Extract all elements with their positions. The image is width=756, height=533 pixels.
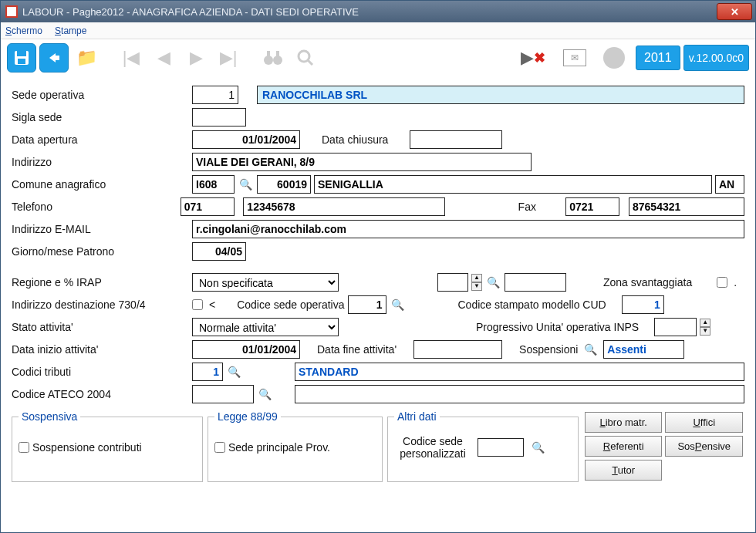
progressivo-spinner[interactable]: ▲▼	[700, 319, 710, 336]
binoc-irap-icon[interactable]: 🔍	[485, 276, 501, 288]
data-chiusura-input[interactable]	[410, 130, 502, 149]
prev-icon[interactable]: ◀	[149, 43, 178, 73]
binoculars-icon[interactable]	[258, 43, 288, 73]
binoc-sede-icon[interactable]: 🔍	[390, 299, 406, 311]
menu-stampe[interactable]: Stampe	[55, 25, 86, 36]
lbl-telefono: Telefono	[12, 201, 177, 213]
altri-dati-panel: Altri dati Codice sede personalizzati 🔍	[387, 410, 579, 482]
zoom-icon[interactable]	[291, 43, 320, 73]
tutor-button[interactable]: Tutor	[585, 460, 663, 481]
lt-sign: <	[209, 299, 215, 311]
lbl-regione: Regione e % IRAP	[12, 276, 189, 288]
ateco-cod-input[interactable]	[192, 385, 254, 403]
sospensiva-panel: Sospensiva Sospensione contributi	[12, 410, 203, 482]
comune-cod-input[interactable]	[192, 175, 235, 194]
menu-schermo[interactable]: Schermo	[5, 25, 42, 36]
status-circle-icon	[603, 47, 625, 69]
sospensive-button[interactable]: SosPensive	[665, 436, 743, 457]
lbl-data-chiusura: Data chiusura	[322, 133, 388, 146]
sede-principale-checkbox[interactable]	[214, 442, 225, 453]
lbl-cod-cud: Codice stampato modello CUD	[458, 299, 606, 311]
mail-icon[interactable]: ✉	[560, 43, 589, 73]
regione-select[interactable]: Non specificata	[192, 273, 339, 292]
save-icon[interactable]	[7, 43, 36, 73]
sede-num-input[interactable]	[192, 86, 238, 104]
lbl-data-inizio: Data inizio attivita'	[12, 343, 189, 356]
back-icon[interactable]	[39, 43, 69, 73]
comune-cap-input[interactable]	[257, 175, 311, 194]
sigla-input[interactable]	[192, 108, 246, 127]
button-panel: Libro matr. Uffici Referenti SosPensive …	[583, 410, 744, 482]
comune-prov-input[interactable]	[715, 175, 744, 194]
lbl-codici-tributi: Codici tributi	[12, 366, 189, 378]
legge88-panel: Legge 88/99 Sede principale Prov.	[208, 410, 383, 482]
libro-button[interactable]: Libro matr.	[585, 412, 663, 433]
lbl-dest730: Indirizzo destinazione 730/4	[12, 299, 189, 311]
lbl-fax: Fax	[509, 201, 545, 213]
data-fine-input[interactable]	[413, 340, 502, 359]
comune-nome-input[interactable]	[314, 175, 712, 194]
lbl-indirizzo: Indirizzo	[12, 156, 189, 168]
svg-line-9	[308, 60, 312, 65]
irap-pct-input[interactable]	[437, 273, 468, 292]
sede-nome-field[interactable]: RANOCCHILAB SRL	[257, 86, 744, 104]
cancel-play-icon[interactable]: ▶✖	[518, 43, 548, 73]
lbl-stato: Stato attivita'	[12, 321, 189, 333]
lbl-data-fine: Data fine attivita'	[317, 343, 397, 356]
svg-rect-7	[276, 51, 279, 57]
legend-sospensiva: Sospensiva	[19, 410, 80, 423]
cod-sede-op-input[interactable]	[348, 295, 386, 314]
tel-pref-input[interactable]	[181, 197, 235, 216]
form-area: Sede operativa RANOCCHILAB SRL Sigla sed…	[1, 76, 755, 532]
sospensioni-input[interactable]	[603, 340, 684, 359]
next-icon[interactable]: ▶	[181, 43, 211, 73]
lbl-sede-principale: Sede principale Prov.	[228, 441, 330, 454]
svg-rect-2	[18, 59, 25, 64]
data-apertura-input[interactable]	[192, 130, 300, 149]
lbl-patrono: Giorno/mese Patrono	[12, 245, 189, 258]
folder-icon[interactable]: 📁	[72, 43, 101, 73]
binoc-tributi-icon[interactable]: 🔍	[226, 366, 242, 378]
cod-cud-input[interactable]	[622, 295, 664, 314]
binoc-codice-pers-icon[interactable]: 🔍	[530, 441, 546, 454]
zona-dot: .	[734, 276, 737, 288]
progressivo-input[interactable]	[654, 318, 697, 336]
data-inizio-input[interactable]	[192, 340, 300, 359]
lbl-email: Indirizzo E-MAIL	[12, 223, 189, 235]
lbl-comune: Comune anagrafico	[12, 178, 189, 191]
lbl-sosp-contributi: Sospensione contributi	[32, 441, 142, 454]
tributi-cod-input[interactable]	[192, 363, 223, 381]
sosp-contributi-checkbox[interactable]	[19, 442, 29, 453]
magnify-sosp-icon[interactable]: 🔍	[581, 343, 600, 356]
codice-pers-input[interactable]	[478, 438, 524, 457]
binoc-ateco-icon[interactable]: 🔍	[257, 388, 273, 400]
irap-spinner[interactable]: ▲▼	[471, 274, 482, 291]
lbl-ateco: Codice ATECO 2004	[12, 388, 189, 400]
lbl-codice-pers: Codice sede personalizzati	[394, 435, 471, 460]
sosp-contributi-row[interactable]: Sospensione contributi	[19, 441, 196, 454]
zona-checkbox[interactable]	[717, 277, 727, 288]
first-icon[interactable]: |◀	[116, 43, 146, 73]
stato-select[interactable]: Normale attivita'	[192, 318, 339, 336]
lbl-data-apertura: Data apertura	[12, 133, 189, 146]
last-icon[interactable]: ▶|	[214, 43, 243, 73]
toolbar: 📁 |◀ ◀ ▶ ▶| ▶✖ ✉ 2011 v.12.00.0c0	[1, 39, 755, 76]
sede-principale-row[interactable]: Sede principale Prov.	[214, 441, 376, 454]
referenti-button[interactable]: Referenti	[585, 436, 663, 457]
fax-pref-input[interactable]	[565, 197, 619, 216]
tel-num-input[interactable]	[243, 197, 445, 216]
patrono-input[interactable]	[192, 242, 246, 261]
binoc-comune-icon[interactable]: 🔍	[238, 178, 254, 191]
ateco-desc-input[interactable]	[295, 385, 744, 403]
lbl-cod-sede-op: Codice sede operativa	[237, 299, 344, 311]
close-button[interactable]: ✕	[717, 3, 752, 20]
tributi-desc-input[interactable]	[295, 363, 744, 381]
email-input[interactable]	[192, 220, 744, 238]
uffici-button[interactable]: Uffici	[665, 412, 743, 433]
fax-num-input[interactable]	[629, 197, 744, 216]
indirizzo-input[interactable]	[192, 153, 532, 171]
svg-rect-1	[17, 51, 26, 56]
lbl-sospensioni: Sospensioni	[519, 343, 578, 356]
dest730-checkbox[interactable]	[192, 299, 203, 310]
irap-val-input[interactable]	[505, 273, 566, 292]
